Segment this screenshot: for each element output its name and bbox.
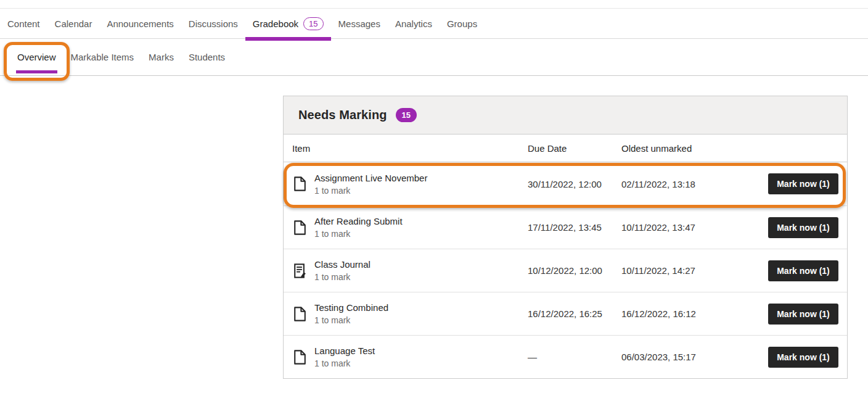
- gradebook-count-pill: 15: [303, 17, 323, 30]
- top-nav-item-label: Calendar: [55, 19, 92, 29]
- journal-icon: [294, 263, 306, 278]
- action-cell: Mark now (1): [768, 217, 838, 238]
- action-cell: Mark now (1): [768, 304, 838, 325]
- sub-nav-item-markable-items[interactable]: Markable Items: [63, 39, 142, 75]
- sub-nav-item-label: Marks: [149, 52, 174, 62]
- sub-nav-item-label: Markable Items: [71, 52, 134, 62]
- item-title[interactable]: Class Journal: [314, 259, 371, 270]
- sub-nav-item-label: Students: [189, 52, 225, 62]
- course-top-nav: ContentCalendarAnnouncementsDiscussionsG…: [0, 8, 868, 39]
- oldest-unmarked-value: 10/11/2022, 14:27: [621, 265, 768, 276]
- due-date-value: 16/12/2022, 16:25: [528, 308, 621, 319]
- top-nav-item-gradebook[interactable]: Gradebook15: [245, 9, 331, 38]
- oldest-unmarked-value: 06/03/2023, 15:17: [621, 352, 768, 362]
- sub-nav-item-label: Overview: [17, 52, 56, 62]
- needs-marking-table-body: Assignment Live November1 to mark30/11/2…: [284, 162, 847, 378]
- due-date-value: —: [528, 352, 621, 362]
- item-title[interactable]: After Reading Submit: [314, 216, 403, 226]
- item-to-mark-count: 1 to mark: [314, 229, 403, 239]
- needs-marking-count-badge: 15: [396, 108, 417, 122]
- gradebook-sub-nav-list: OverviewMarkable ItemsMarksStudents: [0, 39, 868, 75]
- item-title[interactable]: Assignment Live November: [314, 173, 427, 183]
- top-nav-item-analytics[interactable]: Analytics: [388, 9, 440, 38]
- action-cell: Mark now (1): [768, 173, 838, 194]
- top-nav-item-label: Analytics: [395, 19, 432, 29]
- document-icon: [294, 350, 306, 365]
- item-to-mark-count: 1 to mark: [314, 272, 371, 282]
- top-nav-item-messages[interactable]: Messages: [331, 9, 388, 38]
- item-cell: Language Test1 to mark: [292, 345, 528, 368]
- top-nav-item-groups[interactable]: Groups: [440, 9, 485, 38]
- needs-marking-panel: Needs Marking 15 Item Due Date Oldest un…: [283, 96, 848, 379]
- oldest-unmarked-value: 10/11/2022, 13:47: [621, 222, 768, 233]
- item-cell: Assignment Live November1 to mark: [292, 173, 528, 196]
- mark-now-button[interactable]: Mark now (1): [768, 173, 838, 194]
- table-row[interactable]: Testing Combined1 to mark16/12/2022, 16:…: [284, 292, 847, 335]
- table-row[interactable]: Assignment Live November1 to mark30/11/2…: [284, 162, 847, 205]
- oldest-unmarked-value: 02/11/2022, 13:18: [621, 179, 768, 189]
- item-cell: Class Journal1 to mark: [292, 259, 528, 282]
- item-title[interactable]: Language Test: [314, 345, 375, 356]
- item-to-mark-count: 1 to mark: [314, 315, 388, 325]
- top-nav-item-label: Groups: [447, 19, 477, 29]
- column-header-oldest-unmarked: Oldest unmarked: [621, 143, 768, 154]
- column-header-due-date: Due Date: [528, 143, 621, 154]
- top-nav-item-label: Content: [7, 19, 40, 29]
- item-title[interactable]: Testing Combined: [314, 302, 388, 313]
- top-nav-item-content[interactable]: Content: [7, 9, 47, 38]
- sub-nav-item-overview[interactable]: Overview: [10, 39, 63, 75]
- table-row[interactable]: After Reading Submit1 to mark17/11/2022,…: [284, 205, 847, 249]
- panel-title: Needs Marking: [298, 108, 387, 122]
- table-row[interactable]: Language Test1 to mark—06/03/2023, 15:17…: [284, 335, 847, 378]
- table-header-row: Item Due Date Oldest unmarked: [284, 134, 847, 162]
- top-nav-item-calendar[interactable]: Calendar: [47, 9, 100, 38]
- mark-now-button[interactable]: Mark now (1): [768, 347, 838, 368]
- column-header-item: Item: [292, 143, 528, 154]
- top-nav-item-label: Messages: [338, 19, 380, 29]
- top-nav-item-label: Gradebook: [253, 19, 298, 29]
- mark-now-button[interactable]: Mark now (1): [768, 304, 838, 325]
- document-icon: [294, 176, 306, 191]
- item-to-mark-count: 1 to mark: [314, 186, 427, 196]
- course-top-nav-list: ContentCalendarAnnouncementsDiscussionsG…: [0, 9, 868, 38]
- oldest-unmarked-value: 16/12/2022, 16:12: [621, 308, 768, 319]
- top-nav-item-discussions[interactable]: Discussions: [181, 9, 245, 38]
- top-nav-item-announcements[interactable]: Announcements: [99, 9, 181, 38]
- sub-nav-item-marks[interactable]: Marks: [141, 39, 181, 75]
- top-nav-item-label: Announcements: [107, 19, 173, 29]
- document-icon: [294, 307, 306, 321]
- item-cell: After Reading Submit1 to mark: [292, 216, 528, 239]
- mark-now-button[interactable]: Mark now (1): [768, 217, 838, 238]
- sub-nav-item-students[interactable]: Students: [181, 39, 232, 75]
- gradebook-sub-nav: OverviewMarkable ItemsMarksStudents: [0, 39, 868, 76]
- due-date-value: 30/11/2022, 12:00: [528, 179, 621, 189]
- due-date-value: 10/12/2022, 12:00: [528, 265, 621, 276]
- item-to-mark-count: 1 to mark: [314, 358, 375, 368]
- action-cell: Mark now (1): [768, 260, 838, 281]
- needs-marking-header: Needs Marking 15: [284, 96, 847, 134]
- mark-now-button[interactable]: Mark now (1): [768, 260, 838, 281]
- item-cell: Testing Combined1 to mark: [292, 302, 528, 325]
- top-nav-item-label: Discussions: [189, 19, 238, 29]
- table-row[interactable]: Class Journal1 to mark10/12/2022, 12:001…: [284, 249, 847, 292]
- document-icon: [294, 220, 306, 235]
- action-cell: Mark now (1): [768, 347, 838, 368]
- due-date-value: 17/11/2022, 13:45: [528, 222, 621, 233]
